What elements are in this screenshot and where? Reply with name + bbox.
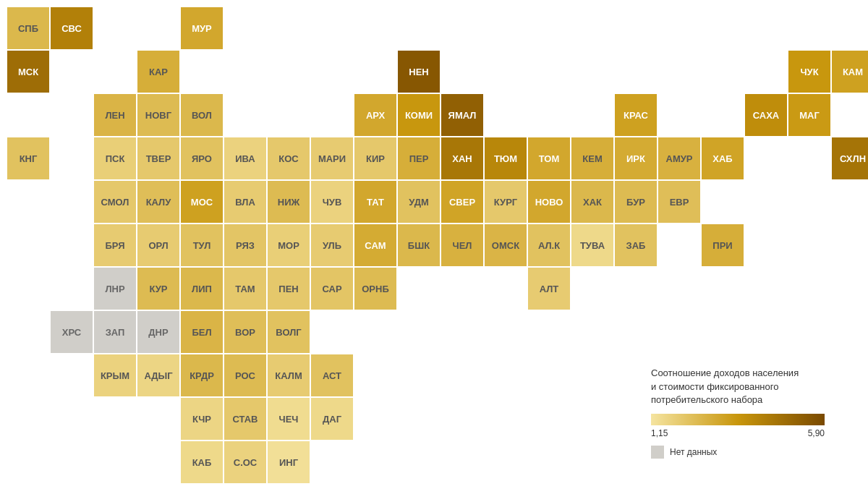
map-cell-empty [745, 181, 787, 223]
map-cell: СХЛН [832, 137, 868, 179]
map-cell-empty [571, 441, 613, 483]
map-cell-empty [571, 268, 613, 310]
map-cell: КНГ [7, 137, 49, 179]
map-cell-empty [485, 7, 527, 49]
map-cell-empty [528, 311, 570, 353]
map-cell-empty [137, 398, 179, 440]
map-cell-empty [745, 224, 787, 266]
map-cell-empty [528, 7, 570, 49]
map-cell-empty [788, 181, 830, 223]
map-cell-empty [832, 7, 868, 49]
map-cell: АРХ [354, 94, 396, 136]
map-cell: ПСК [94, 137, 136, 179]
map-cell: КРДР [181, 354, 223, 396]
map-cell-empty [485, 268, 527, 310]
map-cell-empty [51, 51, 93, 93]
map-cell: ХРС [51, 311, 93, 353]
map-cell-empty [658, 94, 700, 136]
map-cell-empty [832, 94, 868, 136]
map-cell-empty [311, 311, 353, 353]
map-cell-empty [354, 354, 396, 396]
map-cell-empty [398, 398, 440, 440]
map-cell-empty [398, 7, 440, 49]
map-cell-empty [7, 354, 49, 396]
map-cell: АСТ [311, 354, 353, 396]
map-cell-empty [571, 51, 613, 93]
map-cell: ОРНБ [354, 268, 396, 310]
map-cell-empty [571, 354, 613, 396]
map-cell-empty [181, 51, 223, 93]
map-cell: КЕМ [571, 137, 613, 179]
map-cell-empty [94, 398, 136, 440]
map-cell-empty [658, 7, 700, 49]
map-cell-empty [224, 51, 266, 93]
map-cell: УДМ [398, 181, 440, 223]
map-cell: САХА [745, 94, 787, 136]
map-cell: ЛЕН [94, 94, 136, 136]
map-cell-empty [311, 94, 353, 136]
map-cell-empty [528, 51, 570, 93]
map-cell-empty [354, 311, 396, 353]
map-cell-empty [528, 354, 570, 396]
map-cell-empty [268, 51, 310, 93]
map-cell: С.ОС [224, 441, 266, 483]
map-cell: ИВА [224, 137, 266, 179]
map-cell: СПБ [7, 7, 49, 49]
map-cell-empty [571, 398, 613, 440]
map-cell: МСК [7, 51, 49, 93]
map-cell: МАГ [788, 94, 830, 136]
map-cell-empty [702, 268, 744, 310]
map-cell: ДАГ [311, 398, 353, 440]
map-cell-empty [485, 311, 527, 353]
map-cell-empty [51, 268, 93, 310]
map-cell: МАРИ [311, 137, 353, 179]
map-cell: МУР [181, 7, 223, 49]
map-cell-empty [745, 268, 787, 310]
map-cell: ТОМ [528, 137, 570, 179]
map-cell: КАР [137, 51, 179, 93]
map-cell: ИРК [615, 137, 657, 179]
map-cell: ВОЛ [181, 94, 223, 136]
map-cell: КУР [137, 268, 179, 310]
map-cell-empty [788, 7, 830, 49]
map-cell-empty [398, 311, 440, 353]
map-cell-empty [441, 398, 483, 440]
map-cell-empty [571, 311, 613, 353]
map-cell-empty [615, 268, 657, 310]
map-cell: САМ [354, 224, 396, 266]
map-cell: ВЛА [224, 181, 266, 223]
map-cell-empty [485, 398, 527, 440]
map-cell-empty [615, 51, 657, 93]
map-cell: КИР [354, 137, 396, 179]
map-cell-empty [702, 311, 744, 353]
map-cell-empty [528, 441, 570, 483]
map-cell: БШК [398, 224, 440, 266]
map-cell-empty [658, 224, 700, 266]
map-cell-empty [94, 7, 136, 49]
map-cell-empty [354, 398, 396, 440]
map-cell: ЧУК [788, 51, 830, 93]
map-cell: ХАБ [702, 137, 744, 179]
map-cell: УЛЬ [311, 224, 353, 266]
map-cell-empty [658, 311, 700, 353]
map-cell: ОРЛ [137, 224, 179, 266]
map-cell: ЯМАЛ [441, 94, 483, 136]
map-cell-empty [788, 268, 830, 310]
legend-labels: 1,15 5,90 [651, 428, 825, 438]
map-cell: ЛНР [94, 268, 136, 310]
map-cell: ЕВР [658, 181, 700, 223]
map-cell: ПРИ [702, 224, 744, 266]
map-cell-empty [441, 268, 483, 310]
map-cell-empty [702, 51, 744, 93]
map-cell: ХАН [441, 137, 483, 179]
map-cell: НОВГ [137, 94, 179, 136]
map-cell-empty [7, 181, 49, 223]
map-cell-empty [571, 94, 613, 136]
map-cell: ЗАП [94, 311, 136, 353]
map-cell: ДНР [137, 311, 179, 353]
map-cell: НОВО [528, 181, 570, 223]
map-cell-empty [51, 224, 93, 266]
map-cell: ИНГ [268, 441, 310, 483]
map-cell-empty [311, 51, 353, 93]
map-cell: ТАМ [224, 268, 266, 310]
